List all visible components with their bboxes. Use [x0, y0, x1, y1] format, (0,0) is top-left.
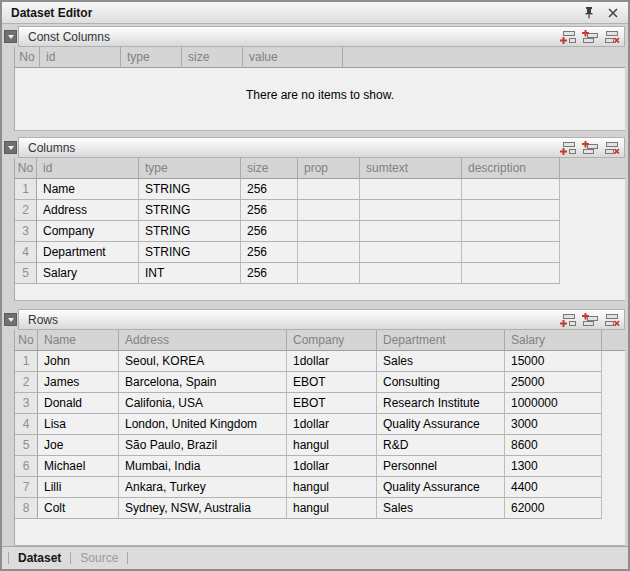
column-header[interactable]: prop: [298, 158, 360, 179]
data-cell[interactable]: STRING: [139, 200, 241, 221]
rows-add-row-icon[interactable]: [559, 312, 577, 327]
data-cell[interactable]: Colt: [38, 498, 119, 519]
column-header[interactable]: No: [15, 330, 38, 351]
column-header[interactable]: Department: [377, 330, 505, 351]
column-header[interactable]: Name: [38, 330, 119, 351]
row-number-cell[interactable]: 1: [15, 351, 38, 372]
row-number-cell[interactable]: 4: [15, 414, 38, 435]
column-header[interactable]: Address: [119, 330, 287, 351]
data-cell[interactable]: 1dollar: [287, 456, 377, 477]
row-number-cell[interactable]: 3: [15, 221, 37, 242]
data-cell[interactable]: EBOT: [287, 372, 377, 393]
column-header[interactable]: description: [462, 158, 560, 179]
column-header[interactable]: Company: [287, 330, 377, 351]
data-cell[interactable]: Sydney, NSW, Australia: [119, 498, 287, 519]
data-cell[interactable]: hangul: [287, 477, 377, 498]
data-cell[interactable]: 1dollar: [287, 351, 377, 372]
data-cell[interactable]: hangul: [287, 498, 377, 519]
data-cell[interactable]: Sales: [377, 351, 505, 372]
data-cell[interactable]: hangul: [287, 435, 377, 456]
data-cell[interactable]: 1dollar: [287, 414, 377, 435]
column-header[interactable]: size: [241, 158, 298, 179]
data-cell[interactable]: [298, 242, 360, 263]
column-header[interactable]: Salary: [505, 330, 602, 351]
data-cell[interactable]: Research Institute: [377, 393, 505, 414]
data-cell[interactable]: Name: [37, 179, 139, 200]
data-cell[interactable]: Ankara, Turkey: [119, 477, 287, 498]
data-cell[interactable]: [360, 221, 462, 242]
data-cell[interactable]: 256: [241, 221, 298, 242]
columns-delete-row-icon[interactable]: [603, 140, 621, 155]
data-cell[interactable]: James: [38, 372, 119, 393]
data-cell[interactable]: John: [38, 351, 119, 372]
data-cell[interactable]: STRING: [139, 179, 241, 200]
data-cell[interactable]: Company: [37, 221, 139, 242]
row-number-cell[interactable]: 3: [15, 393, 38, 414]
column-header[interactable]: sumtext: [360, 158, 462, 179]
tab-dataset[interactable]: Dataset: [9, 551, 70, 565]
data-cell[interactable]: [360, 263, 462, 284]
data-cell[interactable]: Lilli: [38, 477, 119, 498]
row-number-cell[interactable]: 8: [15, 498, 38, 519]
columns-insert-row-icon[interactable]: [581, 140, 599, 155]
data-cell[interactable]: [462, 221, 560, 242]
data-cell[interactable]: [462, 263, 560, 284]
data-cell[interactable]: [360, 200, 462, 221]
data-cell[interactable]: Department: [37, 242, 139, 263]
data-cell[interactable]: Quality Assurance: [377, 477, 505, 498]
data-cell[interactable]: São Paulo, Brazil: [119, 435, 287, 456]
column-header[interactable]: size: [182, 47, 243, 68]
data-cell[interactable]: INT: [139, 263, 241, 284]
data-cell[interactable]: [462, 179, 560, 200]
data-cell[interactable]: [298, 263, 360, 284]
data-cell[interactable]: [298, 221, 360, 242]
data-cell[interactable]: Donald: [38, 393, 119, 414]
column-header[interactable]: No: [15, 158, 37, 179]
rows-insert-row-icon[interactable]: [581, 312, 599, 327]
row-number-cell[interactable]: 5: [15, 263, 37, 284]
column-header[interactable]: type: [121, 47, 182, 68]
const-columns-add-row-icon[interactable]: [559, 29, 577, 44]
const-columns-delete-row-icon[interactable]: [603, 29, 621, 44]
rows-delete-row-icon[interactable]: [603, 312, 621, 327]
data-cell[interactable]: Barcelona, Spain: [119, 372, 287, 393]
data-cell[interactable]: Califonia, USA: [119, 393, 287, 414]
row-number-cell[interactable]: 6: [15, 456, 38, 477]
data-cell[interactable]: Michael: [38, 456, 119, 477]
data-cell[interactable]: 25000: [505, 372, 602, 393]
data-cell[interactable]: [298, 200, 360, 221]
const-columns-collapse-button chevron-down-icon[interactable]: [4, 30, 17, 43]
column-header[interactable]: id: [37, 158, 139, 179]
data-cell[interactable]: EBOT: [287, 393, 377, 414]
pin-icon[interactable]: [581, 5, 596, 20]
data-cell[interactable]: Lisa: [38, 414, 119, 435]
columns-add-row-icon[interactable]: [559, 140, 577, 155]
row-number-cell[interactable]: 1: [15, 179, 37, 200]
data-cell[interactable]: 1000000: [505, 393, 602, 414]
data-cell[interactable]: Salary: [37, 263, 139, 284]
data-cell[interactable]: [360, 179, 462, 200]
data-cell[interactable]: 256: [241, 179, 298, 200]
rows-collapse-button chevron-down-icon[interactable]: [4, 313, 17, 326]
columns-collapse-button chevron-down-icon[interactable]: [4, 141, 17, 154]
data-cell[interactable]: Address: [37, 200, 139, 221]
data-cell[interactable]: [360, 242, 462, 263]
data-cell[interactable]: Seoul, KOREA: [119, 351, 287, 372]
data-cell[interactable]: 4400: [505, 477, 602, 498]
data-cell[interactable]: 8600: [505, 435, 602, 456]
data-cell[interactable]: London, United Kingdom: [119, 414, 287, 435]
data-cell[interactable]: Personnel: [377, 456, 505, 477]
data-cell[interactable]: 256: [241, 242, 298, 263]
data-cell[interactable]: STRING: [139, 242, 241, 263]
data-cell[interactable]: 3000: [505, 414, 602, 435]
data-cell[interactable]: 62000: [505, 498, 602, 519]
data-cell[interactable]: [298, 179, 360, 200]
column-header[interactable]: id: [40, 47, 121, 68]
row-number-cell[interactable]: 5: [15, 435, 38, 456]
row-number-cell[interactable]: 4: [15, 242, 37, 263]
tab-source[interactable]: Source: [71, 551, 127, 565]
row-number-cell[interactable]: 2: [15, 200, 37, 221]
data-cell[interactable]: 256: [241, 200, 298, 221]
data-cell[interactable]: 1300: [505, 456, 602, 477]
column-header[interactable]: No: [15, 47, 40, 68]
